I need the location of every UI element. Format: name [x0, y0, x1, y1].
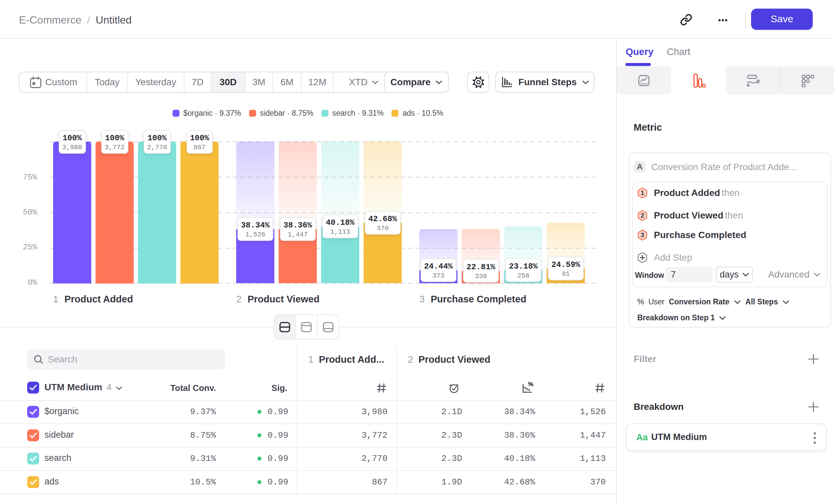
svg-text:1: 1: [641, 189, 644, 196]
svg-text:3: 3: [641, 231, 644, 238]
svg-text:2: 2: [641, 212, 644, 219]
